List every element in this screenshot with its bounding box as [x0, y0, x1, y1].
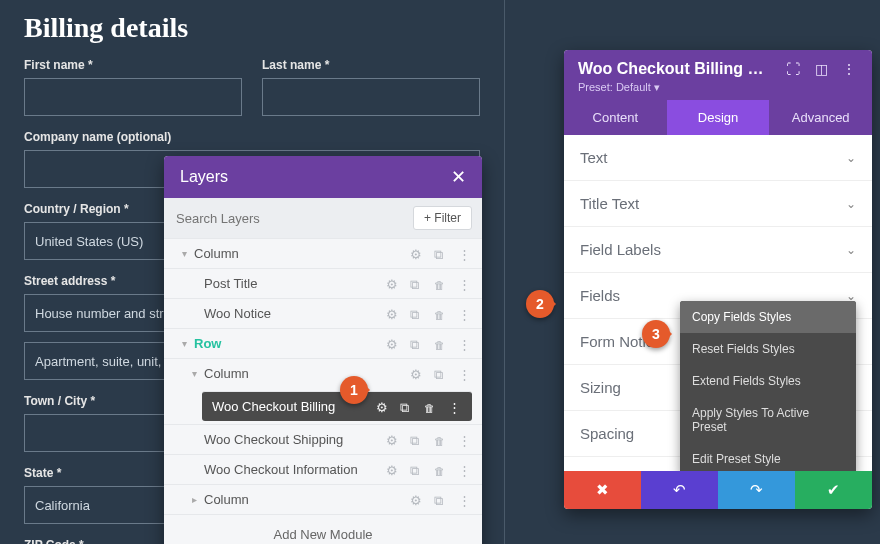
input-last-name[interactable]	[262, 78, 480, 116]
gear-icon[interactable]	[410, 247, 424, 261]
preset-selector[interactable]: Preset: Default ▾	[578, 81, 858, 94]
layer-row[interactable]: ▾ Row	[164, 328, 482, 358]
filter-button[interactable]: + Filter	[413, 206, 472, 230]
more-icon[interactable]	[458, 433, 472, 447]
more-icon[interactable]	[458, 337, 472, 351]
gear-icon[interactable]	[376, 400, 390, 414]
chevron-right-icon: ▸	[192, 494, 204, 505]
trash-icon[interactable]	[424, 400, 438, 414]
layer-column[interactable]: ▾ Column	[164, 358, 482, 388]
trash-icon[interactable]	[434, 463, 448, 477]
acc-text[interactable]: Text ⌄	[564, 135, 872, 181]
gear-icon[interactable]	[386, 307, 400, 321]
close-icon[interactable]: ✕	[451, 168, 466, 186]
layers-title: Layers	[180, 168, 228, 186]
gear-icon[interactable]	[410, 493, 424, 507]
more-icon[interactable]	[458, 247, 472, 261]
save-button[interactable]: ✔	[795, 471, 872, 509]
page-title: Billing details	[24, 12, 480, 44]
chevron-down-icon: ⌄	[846, 151, 856, 165]
chevron-down-icon: ▾	[192, 368, 204, 379]
copy-icon[interactable]	[410, 433, 424, 447]
copy-icon[interactable]	[410, 277, 424, 291]
fields-context-menu: Copy Fields Styles Reset Fields Styles E…	[680, 301, 856, 471]
menu-reset-fields-styles[interactable]: Reset Fields Styles	[680, 333, 856, 365]
copy-icon[interactable]	[410, 337, 424, 351]
copy-icon[interactable]	[410, 463, 424, 477]
trash-icon[interactable]	[434, 433, 448, 447]
chevron-down-icon: ⌄	[846, 197, 856, 211]
copy-icon[interactable]	[400, 400, 414, 414]
label-company: Company name (optional)	[24, 130, 480, 144]
more-icon[interactable]	[458, 463, 472, 477]
copy-icon[interactable]	[434, 367, 448, 381]
acc-title-text[interactable]: Title Text ⌄	[564, 181, 872, 227]
redo-button[interactable]: ↷	[718, 471, 795, 509]
cancel-button[interactable]: ✖	[564, 471, 641, 509]
gear-icon[interactable]	[386, 277, 400, 291]
acc-field-labels[interactable]: Field Labels ⌄	[564, 227, 872, 273]
more-icon[interactable]	[458, 307, 472, 321]
more-icon[interactable]	[448, 400, 462, 414]
snap-icon[interactable]: ◫	[812, 60, 830, 78]
layers-modal: Layers ✕ + Filter ▾ Column Post Title Wo…	[164, 156, 482, 544]
more-icon[interactable]	[458, 493, 472, 507]
trash-icon[interactable]	[434, 307, 448, 321]
trash-icon[interactable]	[434, 337, 448, 351]
tab-design[interactable]: Design	[667, 100, 770, 135]
expand-icon[interactable]: ⛶	[784, 60, 802, 78]
layer-woo-checkout-shipping[interactable]: Woo Checkout Shipping	[164, 424, 482, 454]
more-icon[interactable]: ⋮	[840, 60, 858, 78]
layer-column[interactable]: ▸ Column	[164, 484, 482, 514]
callout-2: 2	[526, 290, 554, 318]
chevron-down-icon: ⌄	[846, 243, 856, 257]
module-settings-panel: Woo Checkout Billing Setti... ⛶ ◫ ⋮ Pres…	[564, 50, 872, 509]
more-icon[interactable]	[458, 277, 472, 291]
layer-woo-checkout-information[interactable]: Woo Checkout Information	[164, 454, 482, 484]
gear-icon[interactable]	[386, 463, 400, 477]
search-input[interactable]	[174, 210, 405, 227]
trash-icon[interactable]	[434, 277, 448, 291]
tab-advanced[interactable]: Advanced	[769, 100, 872, 135]
layer-woo-checkout-billing[interactable]: Woo Checkout Billing	[202, 391, 472, 421]
more-icon[interactable]	[458, 367, 472, 381]
menu-edit-preset-style[interactable]: Edit Preset Style	[680, 443, 856, 471]
add-module-button[interactable]: Add New Module	[164, 514, 482, 544]
callout-1: 1	[340, 376, 368, 404]
undo-button[interactable]: ↶	[641, 471, 718, 509]
gear-icon[interactable]	[386, 337, 400, 351]
layer-post-title[interactable]: Post Title	[164, 268, 482, 298]
chevron-down-icon: ▾	[182, 248, 194, 259]
gear-icon[interactable]	[410, 367, 424, 381]
settings-title: Woo Checkout Billing Setti...	[578, 60, 774, 78]
label-first-name: First name *	[24, 58, 242, 72]
copy-icon[interactable]	[434, 247, 448, 261]
menu-apply-to-preset[interactable]: Apply Styles To Active Preset	[680, 397, 856, 443]
menu-extend-fields-styles[interactable]: Extend Fields Styles	[680, 365, 856, 397]
design-accordion: Text ⌄ Title Text ⌄ Field Labels ⌄ Field…	[564, 135, 872, 471]
menu-copy-fields-styles[interactable]: Copy Fields Styles	[680, 301, 856, 333]
copy-icon[interactable]	[410, 307, 424, 321]
label-last-name: Last name *	[262, 58, 480, 72]
input-first-name[interactable]	[24, 78, 242, 116]
callout-3: 3	[642, 320, 670, 348]
layer-woo-notice[interactable]: Woo Notice	[164, 298, 482, 328]
copy-icon[interactable]	[434, 493, 448, 507]
layers-header: Layers ✕	[164, 156, 482, 198]
gear-icon[interactable]	[386, 433, 400, 447]
tab-content[interactable]: Content	[564, 100, 667, 135]
chevron-down-icon: ▾	[182, 338, 194, 349]
layer-column[interactable]: ▾ Column	[164, 238, 482, 268]
